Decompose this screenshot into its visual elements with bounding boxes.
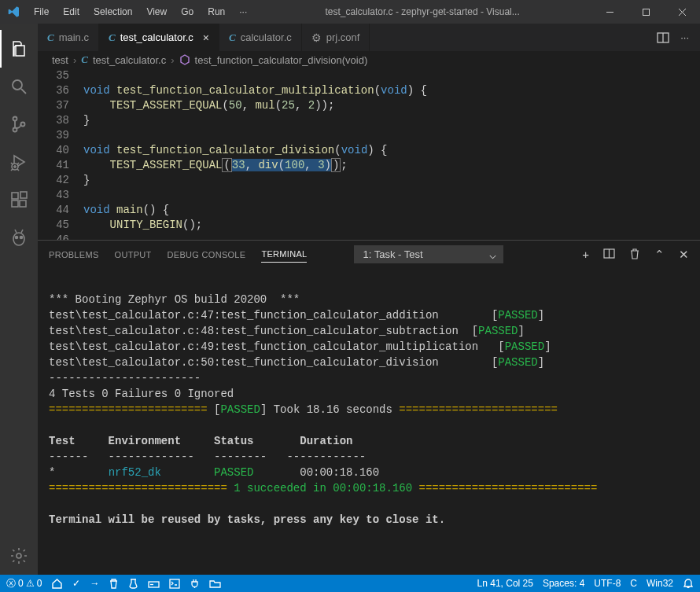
tab-test_calculator.c[interactable]: Ctest_calculator.c×: [99, 24, 219, 51]
svg-rect-13: [20, 192, 27, 198]
editor-tabs: Cmain.cCtest_calculator.c×Ccalculator.c⚙…: [38, 24, 700, 51]
status-cursor[interactable]: Ln 41, Col 25: [477, 578, 533, 589]
close-icon[interactable]: ×: [203, 31, 209, 44]
svg-point-16: [20, 237, 23, 239]
window-title: test_calculator.c - zephyr-get-started -…: [253, 6, 591, 17]
panel-tab-debug console[interactable]: DEBUG CONSOLE: [168, 247, 246, 263]
status-language[interactable]: C: [630, 578, 637, 589]
status-spaces[interactable]: Spaces: 4: [543, 578, 584, 589]
panel-tab-terminal[interactable]: TERMINAL: [261, 246, 307, 263]
svg-line-18: [21, 230, 23, 233]
split-terminal-icon[interactable]: [603, 248, 615, 262]
source-control-icon[interactable]: [0, 105, 38, 143]
activity-bar: [0, 24, 38, 575]
close-panel-icon[interactable]: ✕: [679, 248, 689, 262]
c-file-icon: C: [229, 31, 236, 44]
maximize-button[interactable]: [628, 0, 664, 24]
vscode-logo-icon: [0, 6, 28, 18]
panel-tab-output[interactable]: OUTPUT: [115, 247, 152, 263]
status-terminal-icon[interactable]: [169, 579, 180, 589]
run-debug-icon[interactable]: [0, 143, 38, 181]
explorer-icon[interactable]: [0, 30, 38, 68]
tab-label: prj.conf: [326, 31, 360, 43]
svg-point-4: [13, 80, 22, 90]
svg-rect-1: [643, 9, 649, 15]
menu-view[interactable]: View: [140, 3, 173, 20]
c-file-icon: C: [81, 53, 88, 66]
svg-rect-12: [20, 200, 26, 207]
svg-line-17: [15, 230, 17, 233]
menu-run[interactable]: Run: [201, 3, 231, 20]
status-bar: ⓧ0 ⚠0 ✓ → Ln 41, Col 25 Spaces: 4 UTF-8 …: [0, 575, 700, 592]
search-icon[interactable]: [0, 68, 38, 105]
status-serial-icon[interactable]: [148, 579, 160, 589]
panel: PROBLEMSOUTPUTDEBUG CONSOLETERMINAL 1: T…: [38, 240, 700, 575]
c-file-icon: C: [109, 31, 116, 44]
status-bell-icon[interactable]: [683, 578, 694, 589]
breadcrumb-symbol[interactable]: test_function_calculator_division(void): [195, 54, 368, 66]
kill-terminal-icon[interactable]: [629, 248, 640, 262]
svg-point-19: [17, 553, 21, 558]
svg-point-7: [13, 128, 17, 132]
split-editor-icon[interactable]: [657, 31, 669, 44]
tab-main.c[interactable]: Cmain.c: [38, 24, 99, 51]
svg-point-6: [13, 117, 17, 121]
status-os[interactable]: Win32: [647, 578, 673, 589]
tab-label: main.c: [59, 31, 89, 43]
svg-rect-26: [170, 579, 179, 588]
menu-go[interactable]: Go: [175, 3, 200, 20]
svg-line-5: [21, 89, 26, 94]
tab-actions: ···: [657, 24, 700, 51]
gear-icon: ⚙: [311, 31, 322, 44]
maximize-panel-icon[interactable]: ⌃: [654, 248, 665, 262]
tab-label: calculator.c: [241, 31, 292, 43]
status-encoding[interactable]: UTF-8: [594, 578, 621, 589]
tab-calculator.c[interactable]: Ccalculator.c: [219, 24, 302, 51]
settings-gear-icon[interactable]: [0, 537, 38, 575]
status-upload-icon[interactable]: →: [90, 578, 99, 589]
svg-point-14: [13, 233, 24, 245]
more-actions-icon[interactable]: ···: [680, 31, 689, 43]
menu-file[interactable]: File: [28, 3, 55, 20]
menu-selection[interactable]: Selection: [87, 3, 138, 20]
tab-label: test_calculator.c: [120, 31, 193, 43]
menu-···[interactable]: ···: [233, 3, 253, 20]
status-errors[interactable]: ⓧ0 ⚠0: [6, 577, 42, 590]
new-terminal-icon[interactable]: +: [582, 248, 589, 262]
status-build-icon[interactable]: ✓: [72, 578, 80, 589]
breadcrumb-folder[interactable]: test: [52, 54, 68, 66]
menu-edit[interactable]: Edit: [57, 3, 86, 20]
chevron-right-icon: ›: [171, 54, 174, 66]
menubar: FileEditSelectionViewGoRun···: [28, 3, 253, 20]
panel-tab-problems[interactable]: PROBLEMS: [49, 247, 99, 263]
svg-rect-24: [149, 582, 159, 587]
status-test-icon[interactable]: [128, 578, 138, 589]
minimize-button[interactable]: [591, 0, 628, 24]
chevron-right-icon: ›: [73, 54, 76, 66]
platformio-icon[interactable]: [0, 219, 38, 256]
extensions-icon[interactable]: [0, 181, 38, 219]
code-editor[interactable]: 3536void test_function_calculator_multip…: [38, 68, 700, 240]
status-clean-icon[interactable]: [109, 578, 119, 589]
symbol-method-icon: [179, 54, 190, 65]
terminal-selector[interactable]: 1: Task - Test: [354, 245, 503, 263]
close-button[interactable]: [664, 0, 700, 24]
breadcrumb-file[interactable]: test_calculator.c: [93, 54, 166, 66]
status-folder-icon[interactable]: [209, 579, 221, 589]
svg-point-15: [16, 237, 18, 239]
status-plug-icon[interactable]: [190, 578, 200, 589]
terminal-output[interactable]: *** Booting Zephyr OS build 20200 *** te…: [38, 268, 700, 575]
panel-tabs: PROBLEMSOUTPUTDEBUG CONSOLETERMINAL 1: T…: [38, 241, 700, 268]
svg-rect-11: [12, 200, 18, 207]
breadcrumb[interactable]: test › C test_calculator.c › test_functi…: [38, 51, 700, 68]
c-file-icon: C: [47, 31, 54, 44]
status-home-icon[interactable]: [51, 578, 63, 590]
titlebar: FileEditSelectionViewGoRun··· test_calcu…: [0, 0, 700, 24]
svg-rect-10: [12, 193, 18, 199]
tab-prj.conf[interactable]: ⚙prj.conf: [302, 24, 370, 51]
